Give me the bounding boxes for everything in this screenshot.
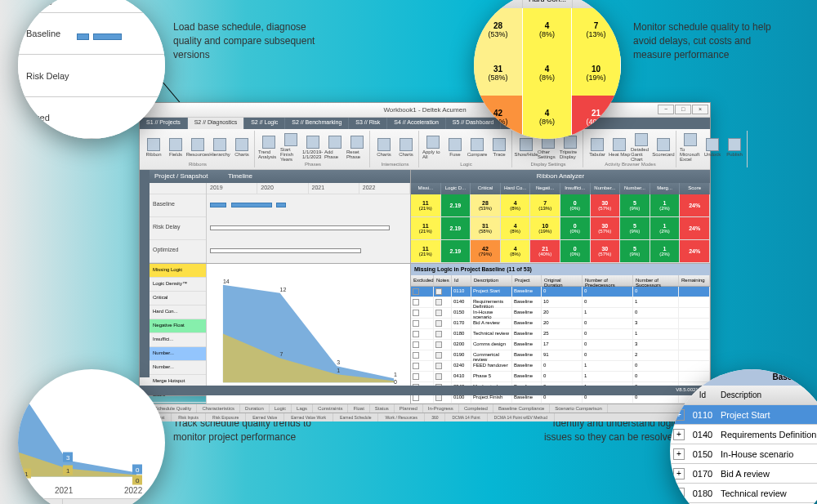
- maximize-button[interactable]: □: [675, 105, 691, 114]
- bottom-subtab[interactable]: Work / Resources: [378, 413, 425, 421]
- metric-cell[interactable]: 2.19: [441, 217, 471, 239]
- logic-column-header[interactable]: Excluded: [411, 275, 434, 286]
- ribbon-button[interactable]: Reset Phase: [346, 132, 368, 162]
- bottom-tab[interactable]: Constraints: [313, 404, 348, 413]
- bottom-subtab[interactable]: Earned Value Work: [284, 413, 333, 421]
- metric-list-item[interactable]: Logic Density™: [150, 278, 206, 292]
- metric-cell[interactable]: 42(79%): [471, 240, 501, 262]
- metric-list-item[interactable]: Insuffici...: [150, 333, 206, 347]
- bottom-tab[interactable]: Planned: [395, 404, 423, 413]
- metric-header[interactable]: Insuffici...: [560, 183, 591, 194]
- metric-cell[interactable]: 24%: [680, 217, 710, 239]
- logic-row[interactable]: 0180Technical reviewBaseline2501: [411, 329, 710, 340]
- metric-list-item[interactable]: Number...: [150, 361, 206, 375]
- bottom-subtab[interactable]: Earned Value: [246, 413, 284, 421]
- ribbon-button[interactable]: Publish: [724, 132, 745, 162]
- bottom-tab[interactable]: Float: [348, 404, 369, 413]
- logic-row[interactable]: 0170Bid A reviewBaseline2003: [411, 319, 710, 329]
- zoom-logic-row[interactable]: +0170Bid A review: [670, 464, 817, 484]
- metric-list-item[interactable]: Number...: [150, 347, 206, 361]
- metric-cell[interactable]: 30(57%): [591, 240, 621, 262]
- metric-cell[interactable]: 7(13%): [530, 194, 560, 216]
- expand-icon[interactable]: +: [673, 468, 685, 479]
- metric-header[interactable]: Logic D...: [441, 183, 471, 194]
- metric-cell[interactable]: 1(2%): [650, 240, 681, 262]
- logic-column-header[interactable]: Description: [471, 275, 512, 286]
- bottom-subtab[interactable]: DCMA 14 Point w/EV Method: [488, 413, 555, 421]
- ribbon-button[interactable]: Compare: [467, 132, 488, 162]
- bottom-subtab[interactable]: 360: [425, 413, 445, 421]
- trend-chart[interactable]: 14 12 7 3 1 1 0 2019 2020 2021 2022: [207, 264, 410, 404]
- ribbon-button[interactable]: Trend Analysis: [258, 132, 279, 162]
- ribbon-button[interactable]: Resources: [187, 132, 208, 162]
- expand-icon[interactable]: +: [673, 429, 685, 440]
- zoom-logic-row[interactable]: +0150In-House scenario: [670, 444, 817, 464]
- logic-column-header[interactable]: Original Duration: [542, 275, 583, 286]
- expand-icon[interactable]: +: [673, 448, 685, 460]
- scenario-row[interactable]: Baseline: [150, 194, 206, 217]
- expand-icon[interactable]: +: [673, 488, 685, 499]
- bottom-tab[interactable]: Logic: [270, 404, 292, 413]
- metric-cell[interactable]: 24%: [680, 194, 710, 216]
- logic-row[interactable]: 0110Project StartBaseline000: [411, 287, 710, 297]
- ribbon-button[interactable]: Scorecard: [653, 132, 674, 162]
- metric-cell[interactable]: 0(0%): [560, 240, 591, 262]
- metric-list-item[interactable]: Missing Logic: [150, 264, 206, 278]
- metric-header[interactable]: Score: [680, 183, 710, 194]
- metric-cell[interactable]: 30(57%): [591, 194, 621, 216]
- ribbon-button[interactable]: Add Phase: [324, 132, 346, 162]
- bottom-tab[interactable]: Characteristics: [197, 404, 240, 413]
- metric-cell[interactable]: 4(8%): [501, 240, 531, 262]
- metric-cell[interactable]: 11(21%): [411, 217, 441, 239]
- ribbon-button[interactable]: To Microsoft Excel: [680, 132, 701, 162]
- minimize-button[interactable]: −: [658, 105, 674, 114]
- metric-header[interactable]: Missi...: [411, 183, 441, 194]
- metric-header[interactable]: Merg...: [650, 183, 681, 194]
- metric-cell[interactable]: 30(57%): [591, 217, 621, 239]
- logic-row[interactable]: 0150In-House scenarioBaseline2010: [411, 308, 710, 319]
- metric-cell[interactable]: 5(9%): [620, 217, 650, 239]
- metric-list-item[interactable]: Hard Con...: [150, 306, 206, 319]
- metric-cell[interactable]: 28(53%): [471, 194, 501, 216]
- ribbon-button[interactable]: Apply to All: [422, 132, 444, 162]
- zoom-logic-row[interactable]: +0140Requirements Definition: [670, 425, 817, 444]
- ribbon-button[interactable]: Charts: [373, 132, 395, 162]
- ribbon-button[interactable]: Detailed Gantt Chart: [631, 132, 652, 162]
- ribbon-button[interactable]: Start Finish Years: [280, 132, 301, 162]
- ribbon-button[interactable]: Ribbon: [143, 132, 164, 162]
- bottom-subtab[interactable]: Risk Exposure: [206, 413, 246, 421]
- metric-cell[interactable]: 1(2%): [650, 194, 681, 216]
- ribbon-button[interactable]: Heat Map: [609, 132, 630, 162]
- bottom-subtab[interactable]: Risk Inputs: [172, 413, 206, 421]
- module-tab[interactable]: S2 // Logic: [244, 118, 285, 129]
- metric-cell[interactable]: 11(21%): [411, 240, 441, 262]
- metric-cell[interactable]: 4(8%): [501, 217, 531, 239]
- metric-cell[interactable]: 24%: [680, 240, 710, 262]
- metric-header[interactable]: Negati...: [530, 183, 560, 194]
- ribbon-button[interactable]: Fields: [165, 132, 186, 162]
- bottom-subtab[interactable]: Earned Schedule: [333, 413, 378, 421]
- metric-cell[interactable]: 5(9%): [620, 194, 650, 216]
- bottom-tab[interactable]: Duration: [240, 404, 270, 413]
- metric-list-item[interactable]: Negative Float: [150, 319, 206, 333]
- metric-cell[interactable]: 10(19%): [530, 217, 560, 239]
- ribbon-button[interactable]: Charts: [395, 132, 417, 162]
- ribbon-button[interactable]: Hierarchy: [209, 132, 230, 162]
- logic-row[interactable]: 0140Requirements DefinitionBaseline1001: [411, 297, 710, 308]
- ribbon-button[interactable]: Tabular: [587, 132, 608, 162]
- zoom-logic-row[interactable]: +0180Technical review: [670, 484, 817, 503]
- bottom-subtab[interactable]: DCMA 14 Point: [445, 413, 487, 421]
- logic-row[interactable]: 0240FEED handoverBaseline010: [411, 361, 710, 372]
- ribbon-button[interactable]: 1/1/2019-1/1/2023: [302, 132, 324, 162]
- metric-header[interactable]: Number...: [620, 183, 650, 194]
- logic-column-header[interactable]: Notes: [434, 275, 452, 286]
- metric-cell[interactable]: 31(58%): [471, 217, 501, 239]
- zoom-logic-row[interactable]: +0110Project Start: [670, 405, 817, 425]
- module-tab[interactable]: S2 // Benchmarking: [285, 118, 349, 129]
- ribbon-button[interactable]: Trace: [489, 132, 510, 162]
- close-button[interactable]: ×: [692, 105, 708, 114]
- logic-column-header[interactable]: Number of Successors: [633, 275, 679, 286]
- metric-header[interactable]: Number...: [591, 183, 621, 194]
- logic-row[interactable]: 0200Comms designBaseline1703: [411, 340, 710, 350]
- metric-cell[interactable]: 5(9%): [620, 240, 650, 262]
